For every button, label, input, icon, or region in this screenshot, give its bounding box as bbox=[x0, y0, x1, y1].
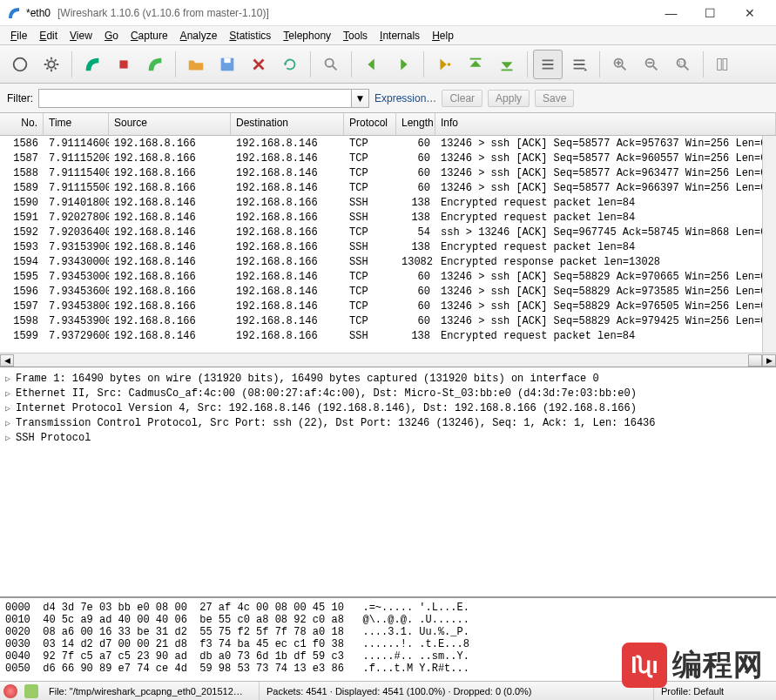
colorize-icon[interactable] bbox=[533, 50, 563, 79]
col-no[interactable]: No. bbox=[0, 113, 44, 135]
packet-row[interactable]: 15927.920364000192.168.8.146192.168.8.16… bbox=[0, 225, 776, 239]
window-subtitle: [Wireshark 1.10.6 (v1.10.6 from master-1… bbox=[57, 7, 269, 19]
minimize-button[interactable]: — bbox=[651, 1, 691, 25]
col-destination[interactable]: Destination bbox=[231, 113, 344, 135]
open-icon[interactable] bbox=[181, 50, 211, 79]
menu-telephony[interactable]: Telephony bbox=[278, 28, 336, 44]
menu-statistics[interactable]: Statistics bbox=[224, 28, 276, 44]
packet-row[interactable]: 15967.934536000192.168.8.166192.168.8.14… bbox=[0, 284, 776, 299]
zoom-out-icon[interactable] bbox=[637, 50, 666, 79]
menu-go[interactable]: Go bbox=[99, 28, 124, 44]
find-icon[interactable] bbox=[316, 50, 346, 79]
packet-list-body[interactable]: 15867.911146000192.168.8.166192.168.8.14… bbox=[0, 136, 776, 353]
titlebar: *eth0 [Wireshark 1.10.6 (v1.10.6 from ma… bbox=[0, 0, 776, 26]
apply-button[interactable]: Apply bbox=[488, 90, 530, 107]
packet-details-pane[interactable]: ▷Frame 1: 16490 bytes on wire (131920 bi… bbox=[0, 367, 776, 597]
close-button[interactable]: ✕ bbox=[730, 1, 769, 25]
packet-row[interactable]: 15907.914018000192.168.8.146192.168.8.16… bbox=[0, 195, 776, 210]
packet-row[interactable]: 15977.934538000192.168.8.166192.168.8.14… bbox=[0, 299, 776, 313]
scroll-left-icon[interactable]: ◀ bbox=[0, 354, 14, 367]
hscrollbar[interactable]: ◀ ▶ bbox=[0, 353, 776, 367]
detail-line[interactable]: ▷SSH Protocol bbox=[5, 430, 771, 445]
expression-link[interactable]: Expression… bbox=[375, 92, 436, 104]
expand-icon[interactable]: ▷ bbox=[5, 418, 16, 428]
last-icon[interactable] bbox=[492, 50, 522, 79]
menubar: FileEditViewGoCaptureAnalyzeStatisticsTe… bbox=[0, 26, 776, 45]
svg-rect-2 bbox=[119, 60, 127, 68]
packet-row[interactable]: 15867.911146000192.168.8.166192.168.8.14… bbox=[0, 136, 776, 151]
main-toolbar: 1:1 bbox=[0, 45, 776, 84]
col-length[interactable]: Length bbox=[396, 113, 435, 135]
expand-icon[interactable]: ▷ bbox=[5, 403, 16, 414]
menu-view[interactable]: View bbox=[64, 28, 98, 44]
svg-rect-8 bbox=[502, 69, 513, 71]
zoom-reset-icon[interactable]: 1:1 bbox=[668, 50, 698, 79]
save-filter-button[interactable]: Save bbox=[535, 90, 574, 107]
restart-capture-icon[interactable] bbox=[140, 50, 170, 79]
packet-row[interactable]: 15947.934300000192.168.8.146192.168.8.16… bbox=[0, 254, 776, 269]
svg-point-6 bbox=[448, 63, 451, 66]
col-time[interactable]: Time bbox=[44, 113, 109, 135]
packet-row[interactable]: 15887.911154000192.168.8.166192.168.8.14… bbox=[0, 165, 776, 180]
expert-info-icon[interactable] bbox=[3, 684, 17, 698]
packet-row[interactable]: 15987.934539000192.168.8.166192.168.8.14… bbox=[0, 313, 776, 328]
expand-icon[interactable]: ▷ bbox=[5, 374, 16, 384]
first-icon[interactable] bbox=[461, 50, 490, 79]
menu-internals[interactable]: Internals bbox=[375, 28, 425, 44]
expand-icon[interactable]: ▷ bbox=[5, 433, 16, 443]
status-file: File: "/tmp/wireshark_pcapng_eth0_201512… bbox=[42, 682, 260, 700]
clear-button[interactable]: Clear bbox=[442, 90, 482, 107]
col-info[interactable]: Info bbox=[435, 113, 776, 135]
status-profile[interactable]: Profile: Default bbox=[654, 682, 776, 700]
expand-icon[interactable]: ▷ bbox=[5, 388, 16, 399]
resize-cols-icon[interactable] bbox=[709, 50, 739, 79]
svg-point-0 bbox=[14, 57, 27, 71]
svg-point-5 bbox=[326, 58, 334, 66]
status-packets: Packets: 4541 · Displayed: 4541 (100.0%)… bbox=[260, 682, 654, 700]
detail-line[interactable]: ▷Frame 1: 16490 bytes on wire (131920 bi… bbox=[5, 371, 771, 386]
goto-icon[interactable] bbox=[429, 50, 459, 79]
capture-comment-icon[interactable] bbox=[24, 684, 38, 698]
packet-row[interactable]: 15917.920278000192.168.8.146192.168.8.16… bbox=[0, 210, 776, 225]
scroll-right-icon[interactable]: ▶ bbox=[762, 354, 776, 367]
maximize-button[interactable]: ☐ bbox=[691, 1, 730, 25]
detail-line[interactable]: ▷Transmission Control Protocol, Src Port… bbox=[5, 415, 771, 430]
menu-analyze[interactable]: Analyze bbox=[175, 28, 223, 44]
menu-capture[interactable]: Capture bbox=[125, 28, 173, 44]
start-capture-icon[interactable] bbox=[78, 50, 107, 79]
packet-row[interactable]: 15937.931539000192.168.8.146192.168.8.16… bbox=[0, 239, 776, 254]
col-protocol[interactable]: Protocol bbox=[344, 113, 396, 135]
close-file-icon[interactable] bbox=[244, 50, 273, 79]
options-icon[interactable] bbox=[37, 50, 66, 79]
forward-icon[interactable] bbox=[388, 50, 418, 79]
packet-row[interactable]: 15957.934530000192.168.8.166192.168.8.14… bbox=[0, 269, 776, 284]
menu-tools[interactable]: Tools bbox=[338, 28, 373, 44]
detail-line[interactable]: ▷Internet Protocol Version 4, Src: 192.1… bbox=[5, 400, 771, 415]
scroll-thumb[interactable] bbox=[748, 354, 762, 367]
packet-row[interactable]: 15877.911152000192.168.8.166192.168.8.14… bbox=[0, 151, 776, 165]
app-fin-icon bbox=[7, 6, 21, 20]
filter-dropdown-icon[interactable]: ▼ bbox=[352, 89, 369, 108]
svg-text:1:1: 1:1 bbox=[678, 59, 686, 65]
filter-input[interactable] bbox=[38, 89, 352, 108]
hex-dump-pane[interactable]: 0000 d4 3d 7e 03 bb e0 08 00 27 af 4c 00… bbox=[0, 597, 776, 681]
interfaces-icon[interactable] bbox=[5, 50, 35, 79]
menu-file[interactable]: File bbox=[5, 28, 32, 44]
detail-line[interactable]: ▷Ethernet II, Src: CadmusCo_af:4c:00 (08… bbox=[5, 386, 771, 400]
zoom-in-icon[interactable] bbox=[605, 50, 635, 79]
vscrollbar[interactable] bbox=[762, 136, 776, 353]
stop-capture-icon[interactable] bbox=[109, 50, 138, 79]
packet-row[interactable]: 15897.911155000192.168.8.166192.168.8.14… bbox=[0, 180, 776, 195]
back-icon[interactable] bbox=[357, 50, 387, 79]
autoscroll-icon[interactable] bbox=[564, 50, 594, 79]
svg-rect-4 bbox=[224, 57, 230, 63]
svg-rect-13 bbox=[718, 58, 722, 70]
menu-edit[interactable]: Edit bbox=[34, 28, 63, 44]
menu-help[interactable]: Help bbox=[427, 28, 459, 44]
col-source[interactable]: Source bbox=[109, 113, 231, 135]
packet-row[interactable]: 15997.937296000192.168.8.146192.168.8.16… bbox=[0, 328, 776, 343]
save-icon[interactable] bbox=[213, 50, 242, 79]
svg-point-1 bbox=[48, 61, 54, 67]
statusbar: File: "/tmp/wireshark_pcapng_eth0_201512… bbox=[0, 681, 776, 700]
reload-icon[interactable] bbox=[275, 50, 305, 79]
